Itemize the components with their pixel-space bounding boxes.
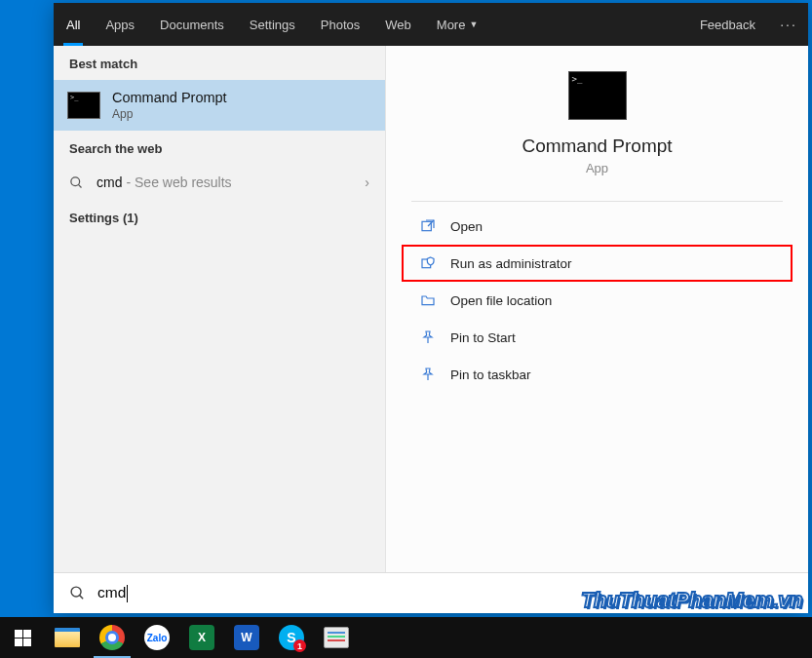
action-run-admin-label: Run as administrator [450, 256, 572, 271]
word-icon: W [234, 625, 259, 650]
action-list: Open Run as administrator Open file loca… [386, 208, 808, 393]
search-icon [69, 175, 85, 190]
action-open-location-label: Open file location [450, 293, 552, 308]
search-results-body: Best match Command Prompt App Search the… [54, 46, 808, 572]
divider [411, 201, 783, 202]
settings-results-header: Settings (1) [54, 200, 385, 234]
tab-more-label: More [437, 18, 466, 32]
watermark: ThuThuatPhanMem.vn [581, 588, 802, 613]
tab-documents[interactable]: Documents [147, 3, 237, 46]
taskbar: Zalo X W S1 [0, 617, 812, 658]
taskbar-zalo[interactable]: Zalo [135, 617, 179, 658]
pin-icon [419, 329, 437, 346]
shield-icon [419, 254, 437, 272]
notification-badge: 1 [293, 639, 306, 652]
tab-all[interactable]: All [54, 3, 93, 46]
taskbar-file-explorer[interactable] [45, 617, 90, 658]
start-button[interactable] [0, 617, 45, 658]
app-icon [324, 627, 349, 648]
search-query-text: cmd [97, 584, 128, 602]
best-match-header: Best match [54, 46, 385, 80]
chevron-right-icon: › [365, 174, 369, 190]
taskbar-chrome[interactable] [90, 617, 135, 658]
action-run-as-administrator[interactable]: Run as administrator [402, 245, 793, 282]
web-result-term: cmd [97, 174, 122, 190]
taskbar-app[interactable] [314, 617, 359, 658]
chevron-down-icon: ▼ [469, 19, 478, 29]
file-explorer-icon [55, 628, 80, 647]
web-result-hint: - See web results [126, 174, 231, 190]
tab-more[interactable]: More▼ [424, 3, 491, 46]
taskbar-excel[interactable]: X [179, 617, 224, 658]
chrome-icon [99, 625, 125, 650]
pin-icon [419, 366, 437, 383]
result-detail-pane: Command Prompt App Open Run as administr… [385, 46, 808, 572]
search-icon [69, 585, 86, 601]
excel-icon: X [189, 625, 214, 650]
skype-icon: S1 [279, 625, 304, 650]
search-tabs-bar: All Apps Documents Settings Photos Web M… [54, 3, 808, 46]
svg-line-1 [78, 184, 81, 187]
action-open-label: Open [450, 219, 483, 234]
more-options-button[interactable]: ··· [769, 3, 808, 46]
svg-rect-2 [422, 221, 431, 230]
best-match-title: Command Prompt [112, 90, 227, 105]
action-pin-taskbar-label: Pin to taskbar [450, 368, 531, 382]
tab-photos[interactable]: Photos [308, 3, 372, 46]
detail-subtitle: App [586, 161, 608, 175]
action-pin-start-label: Pin to Start [450, 330, 516, 345]
svg-point-6 [71, 587, 81, 597]
action-open[interactable]: Open [402, 208, 793, 245]
best-match-result[interactable]: Command Prompt App [54, 80, 385, 131]
action-open-file-location[interactable]: Open file location [402, 282, 793, 319]
taskbar-skype[interactable]: S1 [269, 617, 314, 658]
results-left-column: Best match Command Prompt App Search the… [54, 46, 385, 572]
search-web-header: Search the web [54, 131, 385, 165]
command-prompt-icon [67, 92, 100, 119]
tab-web[interactable]: Web [372, 3, 424, 46]
action-pin-to-taskbar[interactable]: Pin to taskbar [402, 356, 793, 393]
action-pin-to-start[interactable]: Pin to Start [402, 319, 793, 356]
tab-settings[interactable]: Settings [237, 3, 308, 46]
windows-logo-icon [15, 630, 31, 646]
open-icon [419, 217, 437, 235]
taskbar-word[interactable]: W [224, 617, 269, 658]
web-search-result[interactable]: cmd - See web results › [54, 165, 385, 200]
text-cursor [127, 585, 128, 602]
svg-point-0 [71, 176, 80, 185]
start-search-panel: All Apps Documents Settings Photos Web M… [54, 3, 808, 613]
detail-title: Command Prompt [522, 135, 672, 157]
zalo-icon: Zalo [144, 625, 170, 650]
folder-icon [419, 291, 437, 309]
feedback-link[interactable]: Feedback [686, 3, 769, 46]
best-match-subtitle: App [112, 107, 227, 121]
command-prompt-icon [568, 71, 627, 120]
svg-line-7 [80, 596, 84, 600]
tab-apps[interactable]: Apps [93, 3, 147, 46]
